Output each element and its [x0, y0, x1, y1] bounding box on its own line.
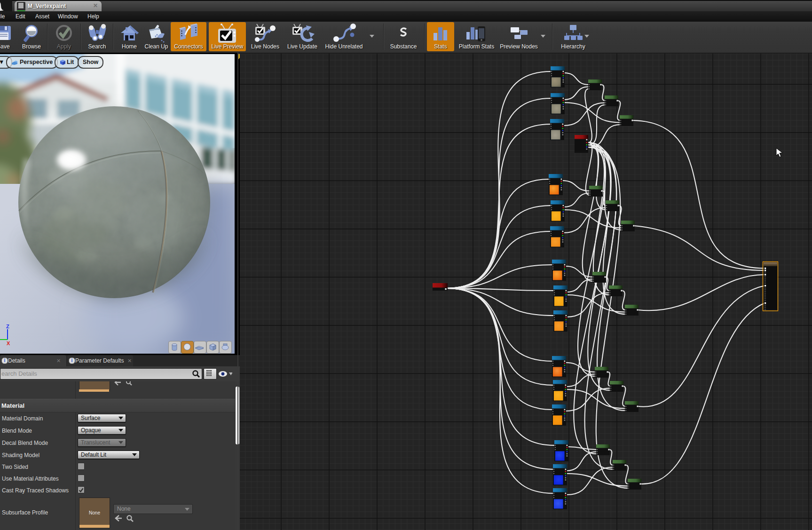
svg-text:Z: Z — [6, 324, 9, 329]
svg-text:X: X — [7, 340, 10, 346]
